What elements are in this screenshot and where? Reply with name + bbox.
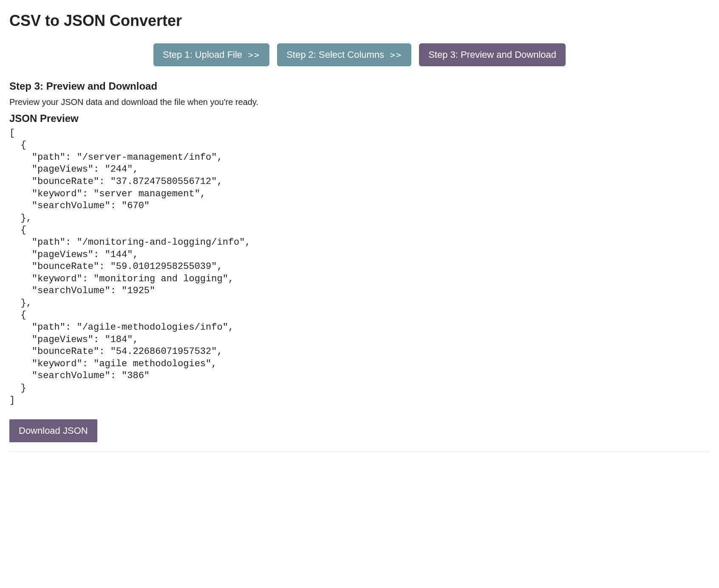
step-description: Preview your JSON data and download the … [9,96,710,108]
step-1-label: Step 1: Upload File [163,49,242,60]
chevron-right-icon: >> [390,50,402,60]
step-heading: Step 3: Preview and Download [9,79,710,93]
step-2-button[interactable]: Step 2: Select Columns >> [277,43,411,66]
json-preview-heading: JSON Preview [9,111,710,126]
json-preview: [ { "path": "/server-management/info", "… [9,127,710,407]
divider [9,452,710,452]
step-3-label: Step 3: Preview and Download [428,49,556,60]
chevron-right-icon: >> [248,50,260,60]
step-1-button[interactable]: Step 1: Upload File >> [153,43,269,66]
download-json-button[interactable]: Download JSON [9,419,97,442]
page-title: CSV to JSON Converter [9,10,710,31]
step-nav: Step 1: Upload File >> Step 2: Select Co… [9,43,710,66]
step-3-button[interactable]: Step 3: Preview and Download [419,43,566,66]
step-2-label: Step 2: Select Columns [286,49,384,60]
